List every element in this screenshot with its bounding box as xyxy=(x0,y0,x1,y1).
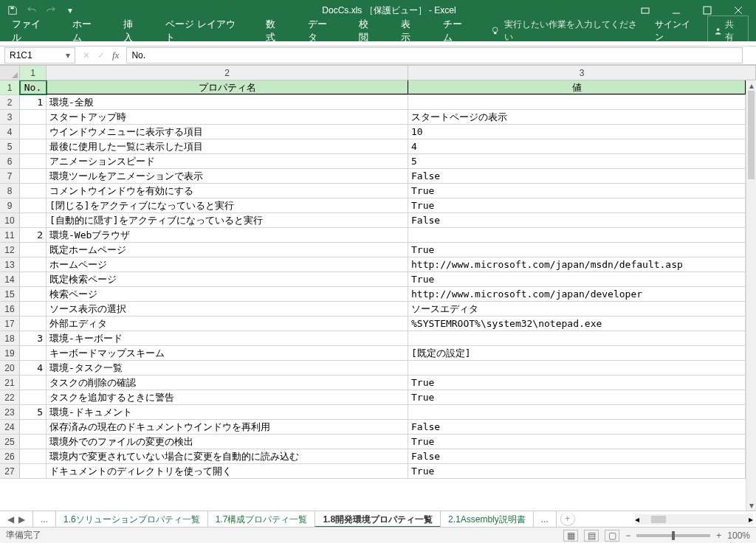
scroll-thumb[interactable] xyxy=(748,91,755,179)
name-box[interactable]: R1C1 ▾ xyxy=(4,47,75,63)
row-header[interactable]: 2 xyxy=(0,95,20,109)
cell-no[interactable] xyxy=(20,154,47,168)
cell-val[interactable]: False xyxy=(408,169,746,183)
chevron-down-icon[interactable]: ▾ xyxy=(66,50,70,60)
cell-val[interactable]: 5 xyxy=(408,154,746,168)
sheet-tab-3[interactable]: 1.8開発環境プロパティ一覧 xyxy=(315,511,441,528)
cell-val[interactable]: http://www.microsoft.com/japan/msdn/defa… xyxy=(408,257,746,272)
cell-name[interactable]: 既定検索ページ xyxy=(47,272,408,286)
cell-no[interactable] xyxy=(20,139,47,153)
qa-more-icon[interactable]: ▾ xyxy=(63,4,77,17)
cell-name[interactable]: [自動的に隠す]をアクティブになっていると実行 xyxy=(47,213,408,227)
cell-val[interactable]: True xyxy=(408,464,746,478)
row-header[interactable]: 10 xyxy=(0,213,20,227)
row-header[interactable]: 20 xyxy=(0,361,20,375)
cell-name[interactable]: 環境-キーボード xyxy=(47,331,408,345)
row-header[interactable]: 9 xyxy=(0,198,20,212)
cell-name[interactable]: スタートアップ時 xyxy=(47,110,408,124)
cell-name[interactable]: 環境-タスク一覧 xyxy=(47,361,408,375)
row-header[interactable]: 18 xyxy=(0,331,20,345)
cell-val[interactable]: True xyxy=(408,243,746,257)
view-normal-icon[interactable]: ▦ xyxy=(563,530,578,542)
cell-val[interactable]: True xyxy=(408,184,746,198)
cell-no[interactable] xyxy=(20,243,47,257)
cell-val[interactable]: [既定の設定] xyxy=(408,346,746,360)
cell-val[interactable] xyxy=(408,95,746,109)
cell-name[interactable]: キーボードマップスキーム xyxy=(47,346,408,360)
undo-icon[interactable] xyxy=(25,4,38,17)
row-header[interactable]: 25 xyxy=(0,435,20,449)
zoom-slider[interactable] xyxy=(636,534,710,537)
sheet-tab-next-overflow[interactable]: ... xyxy=(533,511,557,528)
share-button[interactable]: 共有 xyxy=(707,15,749,46)
cell-no[interactable] xyxy=(20,110,47,124)
cell-val[interactable]: True xyxy=(408,435,746,449)
cell-val[interactable] xyxy=(408,361,746,375)
sheet-tab-2[interactable]: 1.7構成プロパティ一覧 xyxy=(207,511,316,528)
col-header-3[interactable]: 3 xyxy=(408,66,756,80)
cell-no[interactable] xyxy=(20,317,47,331)
sheet-tab-prev-overflow[interactable]: ... xyxy=(32,511,56,528)
cell-name[interactable]: アニメーションスピード xyxy=(47,154,408,168)
tab-review[interactable]: 校閲 xyxy=(354,13,382,49)
formula-input[interactable]: No. xyxy=(126,47,743,63)
cell-no[interactable] xyxy=(20,449,47,463)
view-pagebreak-icon[interactable]: ▢ xyxy=(605,530,619,542)
cell-no[interactable] xyxy=(20,272,47,286)
cell-no[interactable]: 1 xyxy=(20,95,47,109)
cell-val[interactable]: 10 xyxy=(408,125,746,139)
scroll-up-icon[interactable]: ▴ xyxy=(746,80,756,91)
cell-name[interactable]: 環境外でのファイルの変更の検出 xyxy=(47,435,408,449)
cell-no[interactable] xyxy=(20,346,47,360)
signin-link[interactable]: サインイン xyxy=(655,18,697,44)
sheet-nav-next-icon[interactable]: ▶ xyxy=(18,514,25,525)
cell-val-header[interactable]: 値 xyxy=(408,80,746,94)
row-header[interactable]: 21 xyxy=(0,376,20,390)
row-header[interactable]: 23 xyxy=(0,405,20,419)
hscroll-right-icon[interactable]: ▸ xyxy=(749,514,753,525)
add-sheet-icon[interactable]: + xyxy=(560,512,575,526)
cell-no[interactable]: 2 xyxy=(20,228,47,242)
tab-team[interactable]: チーム xyxy=(439,13,475,49)
cell-val[interactable]: True xyxy=(408,272,746,286)
redo-icon[interactable] xyxy=(44,4,58,17)
cell-no[interactable] xyxy=(20,198,47,212)
cell-name[interactable]: タスクの削除の確認 xyxy=(47,376,408,390)
row-header[interactable]: 19 xyxy=(0,346,20,360)
cell-val[interactable] xyxy=(408,228,746,242)
cell-no[interactable] xyxy=(20,213,47,227)
row-header[interactable]: 1 xyxy=(0,80,20,94)
zoom-in-icon[interactable]: + xyxy=(716,530,721,541)
cell-no[interactable] xyxy=(20,184,47,198)
row-header[interactable]: 12 xyxy=(0,243,20,257)
cell-no[interactable] xyxy=(20,390,47,404)
hscroll-thumb[interactable] xyxy=(651,516,666,523)
scroll-down-icon[interactable]: ▾ xyxy=(746,500,756,511)
cell-no[interactable] xyxy=(20,287,47,301)
select-all-corner[interactable] xyxy=(0,66,20,80)
cell-val[interactable]: ソースエディタ xyxy=(408,302,746,316)
zoom-out-icon[interactable]: − xyxy=(625,530,630,541)
tab-formulas[interactable]: 数式 xyxy=(261,13,289,49)
cell-name[interactable]: ホームページ xyxy=(47,257,408,272)
cell-val[interactable]: False xyxy=(408,213,746,227)
cell-name[interactable]: 環境-Webブラウザ xyxy=(47,228,408,242)
tab-insert[interactable]: 挿入 xyxy=(119,13,146,49)
cell-no[interactable]: 3 xyxy=(20,331,47,345)
cell-no[interactable] xyxy=(20,302,47,316)
cell-name[interactable]: 既定ホームページ xyxy=(47,243,408,257)
vertical-scrollbar[interactable]: ▴ ▾ xyxy=(746,80,756,511)
save-icon[interactable] xyxy=(6,4,19,17)
row-header[interactable]: 16 xyxy=(0,302,20,316)
cell-name[interactable]: 環境-全般 xyxy=(47,95,408,109)
cell-no[interactable]: 5 xyxy=(20,405,47,419)
cell-no[interactable] xyxy=(20,169,47,183)
cell-val[interactable]: %SYSTEMROOT%\system32\notepad.exe xyxy=(408,317,746,331)
row-header[interactable]: 17 xyxy=(0,317,20,331)
tab-data[interactable]: データ xyxy=(303,13,340,49)
cell-no[interactable] xyxy=(20,125,47,139)
row-header[interactable]: 8 xyxy=(0,184,20,198)
cell-name[interactable]: ウインドウメニューに表示する項目 xyxy=(47,125,408,139)
cell-no[interactable]: 4 xyxy=(20,361,47,375)
cell-val[interactable] xyxy=(408,405,746,419)
